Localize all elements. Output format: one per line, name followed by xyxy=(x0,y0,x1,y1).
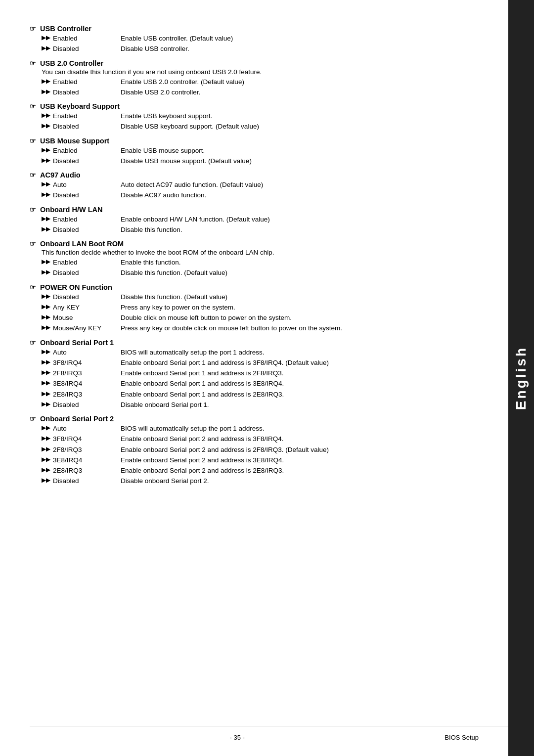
option-desc: Enable this function. xyxy=(121,258,469,267)
option-desc: Disable this function. (Default value) xyxy=(121,292,469,302)
section-icon-usb-mouse-support: ☞ xyxy=(30,137,36,145)
option-key-text: Enabled xyxy=(53,146,78,156)
section-title-usb-controller: ☞USB Controller xyxy=(30,25,469,33)
arrow-icon: ▶▶ xyxy=(42,88,50,96)
option-key: ▶▶Disabled xyxy=(42,268,121,278)
option-desc: Disable this function. (Default value) xyxy=(121,268,469,278)
option-row: ▶▶3F8/IRQ4Enable onboard Serial port 2 a… xyxy=(42,434,469,444)
option-row: ▶▶EnabledEnable USB 2.0 controller. (Def… xyxy=(42,77,469,87)
arrow-icon: ▶▶ xyxy=(42,313,50,321)
option-row: ▶▶EnabledEnable USB keyboard support. xyxy=(42,111,469,121)
option-desc: Disable AC97 audio function. xyxy=(121,190,469,200)
option-row: ▶▶MouseDouble click on mouse left button… xyxy=(42,313,469,323)
section-title-text-onboard-hw-lan: Onboard H/W LAN xyxy=(40,206,102,214)
option-row: ▶▶DisabledDisable this function. (Defaul… xyxy=(42,292,469,302)
option-row: ▶▶2F8/IRQ3Enable onboard Serial port 1 a… xyxy=(42,368,469,378)
option-key: ▶▶Mouse/Any KEY xyxy=(42,323,121,333)
option-desc: Disable onboard Serial port 1. xyxy=(121,400,469,410)
option-desc: Auto detect AC97 audio function. (Defaul… xyxy=(121,180,469,190)
option-key: ▶▶3E8/IRQ4 xyxy=(42,455,121,465)
option-key-text: 3F8/IRQ4 xyxy=(53,434,82,444)
option-key-text: Enabled xyxy=(53,77,78,87)
option-row: ▶▶Mouse/Any KEYPress any key or double c… xyxy=(42,323,469,333)
option-row: ▶▶Any KEYPress any key to power on the s… xyxy=(42,303,469,312)
section-title-text-ac97-audio: AC97 Audio xyxy=(40,171,81,179)
arrow-icon: ▶▶ xyxy=(42,111,50,120)
arrow-icon: ▶▶ xyxy=(42,455,50,464)
arrow-icon: ▶▶ xyxy=(42,434,50,443)
arrow-icon: ▶▶ xyxy=(42,44,50,52)
option-key-text: Auto xyxy=(53,424,67,434)
arrow-icon: ▶▶ xyxy=(42,368,50,377)
option-row: ▶▶AutoBIOS will automatically setup the … xyxy=(42,424,469,434)
section-title-ac97-audio: ☞AC97 Audio xyxy=(30,171,469,179)
option-row: ▶▶DisabledDisable onboard Serial port 2. xyxy=(42,476,469,486)
section-title-text-usb20-controller: USB 2.0 Controller xyxy=(40,59,103,67)
section-title-usb-keyboard-support: ☞USB Keyboard Support xyxy=(30,102,469,110)
option-key: ▶▶2F8/IRQ3 xyxy=(42,445,121,455)
option-row: ▶▶2E8/IRQ3Enable onboard Serial port 2 a… xyxy=(42,466,469,476)
arrow-icon: ▶▶ xyxy=(42,146,50,154)
option-key: ▶▶Enabled xyxy=(42,34,121,44)
arrow-icon: ▶▶ xyxy=(42,303,50,311)
option-key-text: Enabled xyxy=(53,34,78,44)
option-desc: BIOS will automatically setup the port 1… xyxy=(121,424,469,434)
arrow-icon: ▶▶ xyxy=(42,156,50,165)
option-row: ▶▶AutoAuto detect AC97 audio function. (… xyxy=(42,180,469,190)
option-key-text: Disabled xyxy=(53,88,79,97)
section-desc-onboard-lan-boot-rom: This function decide whether to invoke t… xyxy=(42,249,469,256)
option-key: ▶▶3F8/IRQ4 xyxy=(42,434,121,444)
arrow-icon: ▶▶ xyxy=(42,34,50,42)
page-number: - 35 - xyxy=(30,734,445,741)
arrow-icon: ▶▶ xyxy=(42,215,50,223)
section-desc-usb20-controller: You can disable this function if you are… xyxy=(42,68,469,76)
option-desc: Double click on mouse left button to pow… xyxy=(121,313,469,323)
section-usb-keyboard-support: ☞USB Keyboard Support▶▶EnabledEnable USB… xyxy=(30,102,469,132)
section-icon-ac97-audio: ☞ xyxy=(30,171,36,179)
option-key-text: Auto xyxy=(53,348,67,357)
section-icon-onboard-serial-port-2: ☞ xyxy=(30,415,36,423)
option-key: ▶▶Auto xyxy=(42,180,121,190)
section-title-text-power-on-function: POWER ON Function xyxy=(40,283,112,291)
arrow-icon: ▶▶ xyxy=(42,77,50,86)
option-desc: Disable USB mouse support. (Default valu… xyxy=(121,156,469,166)
option-desc: BIOS will automatically setup the port 1… xyxy=(121,348,469,357)
arrow-icon: ▶▶ xyxy=(42,348,50,356)
sidebar-label: English xyxy=(513,346,529,410)
section-onboard-serial-port-2: ☞Onboard Serial Port 2▶▶AutoBIOS will au… xyxy=(30,415,469,487)
option-row: ▶▶EnabledEnable USB controller. (Default… xyxy=(42,34,469,44)
option-key-text: 3E8/IRQ4 xyxy=(53,379,82,389)
option-key: ▶▶Disabled xyxy=(42,88,121,97)
option-key: ▶▶Disabled xyxy=(42,44,121,54)
section-title-usb20-controller: ☞USB 2.0 Controller xyxy=(30,59,469,67)
option-key: ▶▶2E8/IRQ3 xyxy=(42,390,121,400)
section-title-onboard-serial-port-2: ☞Onboard Serial Port 2 xyxy=(30,415,469,423)
option-desc: Enable USB 2.0 controller. (Default valu… xyxy=(121,77,469,87)
arrow-icon: ▶▶ xyxy=(42,445,50,453)
option-desc: Enable onboard Serial port 2 and address… xyxy=(121,466,469,476)
option-row: ▶▶DisabledDisable USB 2.0 controller. xyxy=(42,88,469,97)
section-power-on-function: ☞POWER ON Function▶▶DisabledDisable this… xyxy=(30,283,469,334)
arrow-icon: ▶▶ xyxy=(42,424,50,432)
option-row: ▶▶DisabledDisable AC97 audio function. xyxy=(42,190,469,200)
arrow-icon: ▶▶ xyxy=(42,190,50,199)
option-desc: Press any key to power on the system. xyxy=(121,303,469,312)
option-key-text: Disabled xyxy=(53,476,79,486)
option-row: ▶▶2F8/IRQ3Enable onboard Serial port 2 a… xyxy=(42,445,469,455)
option-key-text: 2E8/IRQ3 xyxy=(53,390,82,400)
option-row: ▶▶DisabledDisable USB keyboard support. … xyxy=(42,122,469,132)
option-key-text: Disabled xyxy=(53,156,79,166)
option-key-text: Disabled xyxy=(53,122,79,132)
option-desc: Enable USB controller. (Default value) xyxy=(121,34,469,44)
option-row: ▶▶3E8/IRQ4Enable onboard Serial port 2 a… xyxy=(42,455,469,465)
option-key-text: Mouse/Any KEY xyxy=(53,323,101,333)
option-key: ▶▶Enabled xyxy=(42,258,121,267)
option-key: ▶▶Enabled xyxy=(42,111,121,121)
option-row: ▶▶EnabledEnable onboard H/W LAN function… xyxy=(42,215,469,224)
arrow-icon: ▶▶ xyxy=(42,268,50,276)
section-title-onboard-serial-port-1: ☞Onboard Serial Port 1 xyxy=(30,339,469,347)
option-key-text: Disabled xyxy=(53,292,79,302)
option-desc: Disable onboard Serial port 2. xyxy=(121,476,469,486)
option-desc: Enable USB mouse support. xyxy=(121,146,469,156)
option-key-text: 2F8/IRQ3 xyxy=(53,368,82,378)
